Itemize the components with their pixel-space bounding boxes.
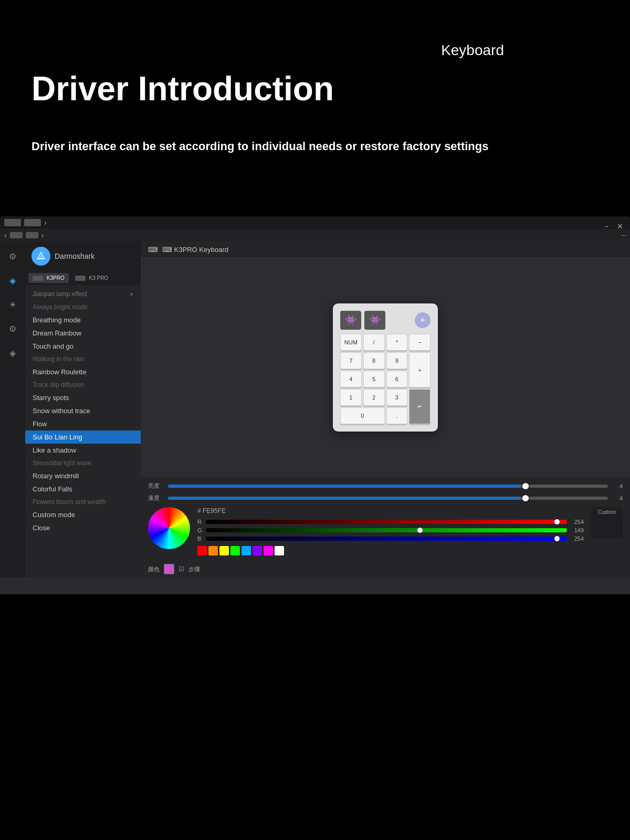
speed-track[interactable] xyxy=(168,497,608,500)
sidebar-icon-macro[interactable]: ⚙ xyxy=(4,320,21,337)
main-content: ⚙ ◈ ☀ ⚙ ◈ Darmoshark K3PRO xyxy=(0,242,630,578)
red-label: R xyxy=(197,519,204,525)
effects-section-header[interactable]: Jianpan lamp effect » xyxy=(25,287,141,301)
nav-tabs: K3PRO K3 PRO xyxy=(25,271,141,285)
nav-arrow-left[interactable]: ‹ xyxy=(4,231,7,239)
nav-tab-k3pro[interactable]: K3PRO xyxy=(28,273,69,283)
preset-color[interactable] xyxy=(230,546,240,555)
effect-item[interactable]: Walking in the rain xyxy=(25,353,141,365)
effect-item[interactable]: Track slip diffusion xyxy=(25,379,141,391)
key-num[interactable]: NUM xyxy=(340,334,362,351)
red-thumb[interactable] xyxy=(554,519,560,524)
speed-fill xyxy=(168,497,520,500)
effect-item[interactable]: Like a shadow xyxy=(25,444,141,457)
sidebar-icon-keyboard[interactable]: ◈ xyxy=(4,272,21,289)
sidebar-icons: ⚙ ◈ ☀ ⚙ ◈ xyxy=(0,242,25,578)
add-profile-button[interactable]: + xyxy=(415,312,430,328)
preset-color[interactable] xyxy=(264,546,273,555)
brightness-track[interactable] xyxy=(168,485,608,488)
preset-colors-container xyxy=(197,546,284,555)
effect-item[interactable]: Rainbow Roulette xyxy=(25,365,141,379)
key-6[interactable]: 6 xyxy=(386,371,408,387)
color-action-label: 颜色 xyxy=(148,565,160,573)
brightness-thumb[interactable] xyxy=(522,483,529,489)
effect-item[interactable]: Breathing mode xyxy=(25,313,141,327)
color-controls-section: 亮度 4 速度 4 xyxy=(141,477,630,578)
nav-tab-k3pro2[interactable]: K3 PRO xyxy=(71,273,112,283)
color-wheel[interactable] xyxy=(148,507,190,549)
key-minus[interactable]: − xyxy=(409,334,430,351)
custom-label: Custom xyxy=(591,507,623,517)
preset-color[interactable] xyxy=(208,546,218,555)
effect-item[interactable]: Sinusoidal light wave xyxy=(25,457,141,469)
sidebar-icon-settings[interactable]: ⚙ xyxy=(4,248,21,265)
key-4[interactable]: 4 xyxy=(340,371,362,387)
preset-color[interactable] xyxy=(275,546,284,555)
red-value: 254 xyxy=(569,519,584,525)
key-9[interactable]: 9 xyxy=(386,352,408,369)
effect-item[interactable]: Dream Rainbow xyxy=(25,327,141,340)
blue-bar[interactable] xyxy=(206,537,567,541)
title-bar-row2: ‹ › − xyxy=(0,229,630,242)
key-mul[interactable]: * xyxy=(386,334,408,351)
effect-item[interactable]: Always bright mode xyxy=(25,301,141,313)
effect-item[interactable]: Colorful Falls xyxy=(25,482,141,496)
effect-item[interactable]: Starry spots xyxy=(25,391,141,404)
key-plus[interactable]: + xyxy=(409,352,430,387)
key-dot[interactable]: . xyxy=(386,407,408,424)
blue-value: 254 xyxy=(569,536,584,542)
key-enter[interactable]: ↵ xyxy=(409,389,430,424)
sidebar-icon-lighting[interactable]: ☀ xyxy=(4,296,21,313)
key-5[interactable]: 5 xyxy=(363,371,385,387)
effect-item[interactable]: Close xyxy=(25,521,141,534)
effect-item[interactable]: Rotary windmill xyxy=(25,469,141,482)
tab-icon-3 xyxy=(10,232,23,238)
key-1[interactable]: 1 xyxy=(340,389,362,406)
preset-color[interactable] xyxy=(197,546,207,555)
keyboard-icon: ⌨ xyxy=(148,246,158,254)
blue-label: B xyxy=(197,536,204,542)
effect-item[interactable]: Flow xyxy=(25,417,141,430)
speed-thumb[interactable] xyxy=(522,495,529,501)
effect-item[interactable]: Sui Bo Lian Ling xyxy=(25,430,141,444)
keyboard-label: Keyboard xyxy=(32,42,598,59)
green-thumb[interactable] xyxy=(417,528,423,533)
minimize-button[interactable]: − xyxy=(602,222,611,231)
tab-icon-k3pro xyxy=(33,276,43,281)
effect-item[interactable]: Custom mode xyxy=(25,508,141,521)
preset-color[interactable] xyxy=(253,546,262,555)
expand-effects-icon[interactable]: » xyxy=(130,290,133,298)
checkbox-icon[interactable]: ☑ xyxy=(178,565,184,573)
title-bar-row1: › − ✕ xyxy=(0,216,630,229)
subtitle: Driver interface can be set according to… xyxy=(32,140,598,153)
color-swatch[interactable] xyxy=(164,564,174,574)
color-controls: 亮度 4 速度 4 xyxy=(141,477,630,507)
numpad-visual: 👾 👾 + NUM / * − 7 8 9 + xyxy=(333,303,438,432)
red-bar[interactable] xyxy=(206,520,567,524)
key-0[interactable]: 0 xyxy=(340,407,385,424)
numpad-keys: NUM / * − 7 8 9 + 4 5 6 1 xyxy=(340,334,430,424)
close-button[interactable]: ✕ xyxy=(615,222,625,231)
preset-color[interactable] xyxy=(242,546,251,555)
numpad-top: 👾 👾 + xyxy=(340,311,430,330)
nav-arrow-right2[interactable]: › xyxy=(41,231,44,239)
hex-display: # FE95FE xyxy=(197,507,584,514)
page-title: Driver Introduction xyxy=(32,69,598,108)
brand-header: Darmoshark xyxy=(25,242,141,271)
expand-icon[interactable]: − xyxy=(622,231,626,239)
key-2[interactable]: 2 xyxy=(363,389,385,406)
key-8[interactable]: 8 xyxy=(363,352,385,369)
nav-arrow-right[interactable]: › xyxy=(44,218,47,227)
key-7[interactable]: 7 xyxy=(340,352,362,369)
effect-item[interactable]: Snow without trace xyxy=(25,404,141,417)
key-div[interactable]: / xyxy=(363,334,385,351)
tab-icon-2 xyxy=(24,219,41,226)
green-bar[interactable] xyxy=(206,528,567,532)
app-window: › − ✕ ‹ › − ⚙ ◈ ☀ ⚙ ◈ xyxy=(0,216,630,594)
preset-color[interactable] xyxy=(219,546,229,555)
sidebar-icon-profile[interactable]: ◈ xyxy=(4,344,21,361)
effect-item[interactable]: Touch and go xyxy=(25,340,141,353)
key-3[interactable]: 3 xyxy=(386,389,408,406)
effect-item[interactable]: Flowers bloom and wealth xyxy=(25,496,141,508)
blue-thumb[interactable] xyxy=(554,536,560,541)
